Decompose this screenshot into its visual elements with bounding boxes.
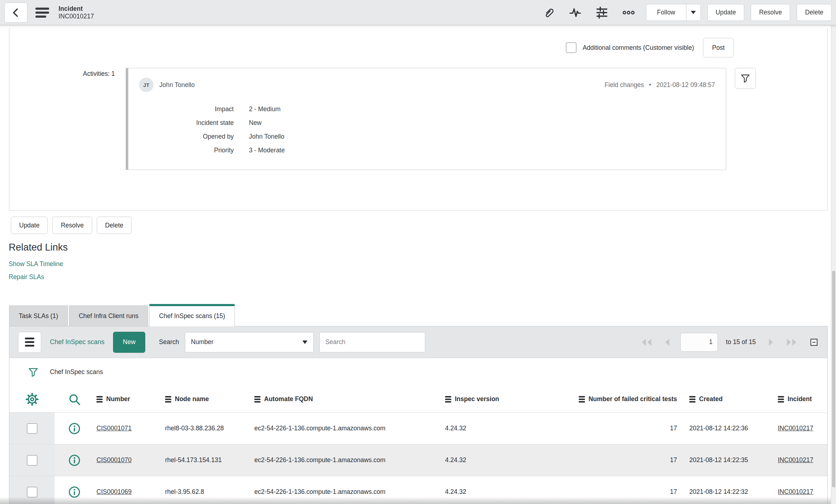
breadcrumb[interactable]: Chef InSpec scans bbox=[50, 368, 103, 376]
back-chevron-icon bbox=[10, 7, 21, 18]
search-magnifier-icon[interactable] bbox=[68, 392, 81, 406]
delete-button[interactable]: Delete bbox=[97, 217, 132, 234]
incident-link[interactable]: INC0010217 bbox=[778, 425, 813, 432]
activity-meta: Field changes • 2021-08-12 09:48:57 bbox=[604, 81, 715, 89]
info-circle-icon[interactable] bbox=[68, 486, 81, 499]
table-row: CIS0001071 rhel8-03-3.88.236.28 ec2-54-2… bbox=[9, 413, 827, 444]
table-row: CIS0001069 rhel-3.95.62.8 ec2-54-226-1-1… bbox=[9, 476, 827, 504]
list-breadcrumb-row: Chef InSpec scans bbox=[9, 358, 827, 386]
list-context-menu-button[interactable] bbox=[18, 332, 41, 353]
follow-split-button: Follow bbox=[646, 4, 701, 21]
new-record-button[interactable]: New bbox=[113, 332, 145, 353]
column-menu-icon[interactable] bbox=[778, 396, 784, 403]
page-number-input[interactable] bbox=[680, 333, 718, 352]
row-checkbox[interactable] bbox=[27, 487, 38, 498]
record-title: Incident INC0010217 bbox=[59, 5, 94, 20]
list-pagination: to 15 of 15 bbox=[640, 333, 819, 352]
record-type-label: Incident bbox=[59, 5, 94, 13]
column-header-created[interactable]: Created bbox=[681, 386, 769, 412]
column-header-incident[interactable]: Incident bbox=[769, 386, 827, 412]
automate-fqdn-cell: ec2-54-226-1-136.compute-1.amazonaws.com bbox=[254, 488, 385, 496]
scrollbar-thumb[interactable] bbox=[832, 271, 835, 487]
activity-stream-icon[interactable] bbox=[569, 6, 582, 19]
failed-critical-tests-cell: 17 bbox=[670, 425, 677, 432]
update-button[interactable]: Update bbox=[11, 217, 48, 234]
row-checkbox[interactable] bbox=[27, 455, 38, 466]
incident-link[interactable]: INC0010217 bbox=[778, 488, 813, 496]
resolve-button[interactable]: Resolve bbox=[52, 217, 92, 234]
form-action-buttons: Update Resolve Delete bbox=[11, 217, 836, 234]
header-delete-button[interactable]: Delete bbox=[797, 4, 832, 21]
breadcrumb-filter-funnel-icon[interactable] bbox=[27, 366, 39, 378]
scan-number-link[interactable]: CIS0001069 bbox=[96, 488, 132, 496]
column-header-automate-fqdn[interactable]: Automate FQDN bbox=[251, 386, 442, 412]
page-scrollbar[interactable] bbox=[831, 25, 836, 504]
list-title-link[interactable]: Chef InSpec scans bbox=[50, 338, 104, 346]
post-button[interactable]: Post bbox=[703, 38, 734, 57]
activity-author: John Tonello bbox=[159, 81, 195, 89]
info-circle-icon[interactable] bbox=[68, 422, 81, 435]
additional-comments-checkbox[interactable] bbox=[566, 42, 577, 53]
tab-chef-inspec-scans[interactable]: Chef InSpec scans (15) bbox=[149, 304, 235, 326]
back-button[interactable] bbox=[4, 3, 27, 23]
repair-slas-link[interactable]: Repair SLAs bbox=[9, 270, 836, 283]
column-menu-icon[interactable] bbox=[254, 396, 260, 403]
activity-entry-header: JT John Tonello Field changes • 2021-08-… bbox=[139, 78, 715, 92]
incident-link[interactable]: INC0010217 bbox=[778, 456, 813, 464]
show-sla-timeline-link[interactable]: Show SLA Timeline bbox=[9, 257, 836, 270]
row-checkbox[interactable] bbox=[27, 423, 38, 434]
field-change-row: Priority 3 - Moderate bbox=[139, 143, 715, 157]
form-context-menu-icon[interactable] bbox=[35, 8, 49, 18]
chef-inspec-scans-list: Chef InSpec scans New Search Number to 1… bbox=[9, 326, 828, 504]
info-circle-icon[interactable] bbox=[68, 454, 81, 467]
tab-task-slas[interactable]: Task SLAs (1) bbox=[9, 305, 68, 326]
related-links-title: Related Links bbox=[9, 242, 836, 253]
personalize-icon[interactable] bbox=[595, 6, 608, 19]
automate-fqdn-cell: ec2-54-226-1-136.compute-1.amazonaws.com bbox=[254, 456, 385, 464]
column-menu-icon[interactable] bbox=[689, 396, 695, 403]
node-name-cell: rhel8-03-3.88.236.28 bbox=[165, 425, 224, 432]
related-lists-tabs: Task SLAs (1) Chef Infra Client runs Che… bbox=[9, 304, 836, 326]
tab-chef-infra-client-runs[interactable]: Chef Infra Client runs bbox=[69, 305, 148, 326]
list-search-input[interactable] bbox=[319, 332, 425, 352]
activity-filter-button[interactable] bbox=[735, 68, 756, 89]
previous-page-icon[interactable] bbox=[660, 336, 675, 348]
column-menu-icon[interactable] bbox=[445, 396, 451, 403]
scan-number-link[interactable]: CIS0001070 bbox=[96, 456, 132, 464]
activity-entry-card: JT John Tonello Field changes • 2021-08-… bbox=[126, 68, 726, 170]
search-field-selected-value: Number bbox=[191, 338, 214, 346]
header-update-button[interactable]: Update bbox=[707, 4, 744, 21]
last-page-icon[interactable] bbox=[784, 336, 798, 348]
column-header-number[interactable]: Number bbox=[94, 386, 163, 412]
field-value: 2 - Medium bbox=[249, 102, 281, 116]
list-toolbar: Chef InSpec scans New Search Number to 1… bbox=[9, 326, 827, 358]
field-change-row: Impact 2 - Medium bbox=[139, 102, 715, 116]
more-options-icon[interactable] bbox=[622, 6, 635, 19]
field-label: Incident state bbox=[139, 116, 234, 130]
scan-number-link[interactable]: CIS0001071 bbox=[96, 425, 132, 432]
paperclip-icon[interactable] bbox=[542, 6, 555, 19]
created-cell: 2021-08-12 14:22:32 bbox=[689, 488, 748, 496]
table-row: CIS0001070 rhel-54.173.154.131 ec2-54-22… bbox=[9, 444, 827, 476]
column-menu-icon[interactable] bbox=[165, 396, 171, 403]
search-field-select[interactable]: Number bbox=[185, 332, 314, 352]
follow-dropdown-button[interactable] bbox=[686, 4, 701, 21]
header-icon-group bbox=[542, 6, 635, 19]
first-page-icon[interactable] bbox=[640, 336, 654, 348]
column-header-failed-critical-tests[interactable]: Number of failed critical tests bbox=[536, 386, 681, 412]
header-resolve-button[interactable]: Resolve bbox=[751, 4, 790, 21]
filter-funnel-icon bbox=[740, 73, 751, 84]
column-header-node-name[interactable]: Node name bbox=[163, 386, 251, 412]
field-change-row: Opened by John Tonello bbox=[139, 130, 715, 143]
next-page-icon[interactable] bbox=[764, 336, 778, 348]
additional-comments-row: Additional comments (Customer visible) P… bbox=[9, 38, 827, 58]
created-cell: 2021-08-12 14:22:36 bbox=[689, 425, 748, 432]
follow-button[interactable]: Follow bbox=[646, 4, 686, 21]
record-number-label: INC0010217 bbox=[59, 13, 94, 20]
field-value: John Tonello bbox=[249, 130, 284, 143]
collapse-list-icon[interactable] bbox=[809, 338, 819, 347]
column-header-inspec-version[interactable]: Inspec version bbox=[442, 386, 536, 412]
column-menu-icon[interactable] bbox=[579, 396, 585, 403]
column-menu-icon[interactable] bbox=[96, 396, 103, 403]
gear-icon[interactable] bbox=[25, 392, 39, 407]
